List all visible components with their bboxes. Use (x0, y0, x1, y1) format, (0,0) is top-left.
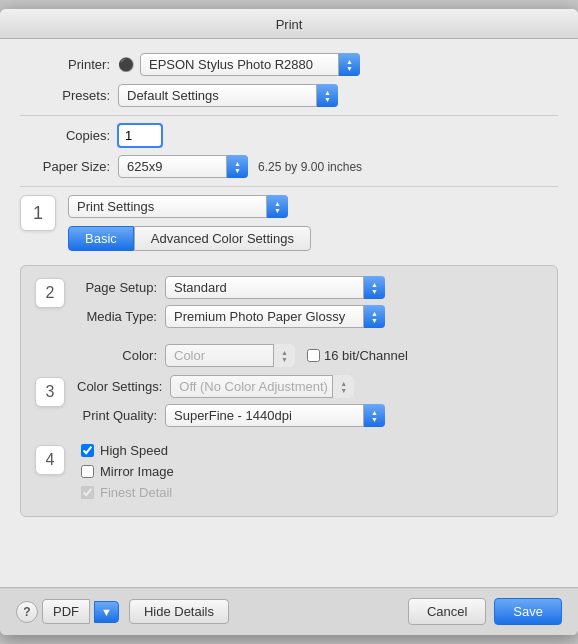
media-type-label: Media Type: (77, 309, 157, 324)
presets-row: Presets: Default Settings (20, 84, 558, 107)
printer-label: Printer: (20, 57, 110, 72)
copies-row: Copies: (20, 124, 558, 147)
presets-select-wrapper: Default Settings (118, 84, 338, 107)
tab-advanced[interactable]: Advanced Color Settings (134, 226, 311, 251)
print-quality-row: Print Quality: SuperFine - 1440dpi (77, 404, 543, 427)
tab-basic[interactable]: Basic (68, 226, 134, 251)
page-setup-row: Page Setup: Standard (77, 276, 543, 299)
window-title: Print (276, 17, 303, 32)
divider-2 (20, 186, 558, 187)
divider-1 (20, 115, 558, 116)
printer-icon: ⚫ (118, 57, 134, 72)
hide-details-button[interactable]: Hide Details (129, 599, 229, 624)
media-type-select[interactable]: Premium Photo Paper Glossy (165, 305, 385, 328)
save-button[interactable]: Save (494, 598, 562, 625)
printer-row: Printer: ⚫ EPSON Stylus Photo R2880 (20, 53, 558, 76)
print-dialog: Print Printer: ⚫ EPSON Stylus Photo R288… (0, 9, 578, 635)
bit-channel-checkbox[interactable] (307, 349, 320, 362)
color-settings-row: Color Settings: Off (No Color Adjustment… (77, 375, 543, 398)
high-speed-checkbox[interactable] (81, 444, 94, 457)
color-select-wrapper: Color (165, 344, 295, 367)
print-quality-select-wrapper: SuperFine - 1440dpi (165, 404, 385, 427)
bottom-left-controls: ? PDF ▼ Hide Details (16, 599, 229, 624)
color-label: Color: (77, 348, 157, 363)
badge-4: 4 (35, 445, 65, 475)
high-speed-row: High Speed (81, 443, 543, 458)
media-type-select-wrapper: Premium Photo Paper Glossy (165, 305, 385, 328)
badge-row-2: 2 Page Setup: Standard (35, 276, 543, 336)
window-content: Printer: ⚫ EPSON Stylus Photo R2880 Pres… (0, 39, 578, 587)
page-setup-select[interactable]: Standard (165, 276, 385, 299)
high-speed-label: High Speed (100, 443, 168, 458)
badge-2: 2 (35, 278, 65, 308)
mirror-image-checkbox[interactable] (81, 465, 94, 478)
presets-label: Presets: (20, 88, 110, 103)
paper-size-note: 6.25 by 9.00 inches (258, 160, 362, 174)
paper-size-label: Paper Size: (20, 159, 110, 174)
color-row: Color: Color 16 bit/Channel (77, 344, 543, 367)
badge-4-content: High Speed Mirror Image Finest Detail (77, 443, 543, 506)
spacer (20, 527, 558, 587)
mirror-image-label: Mirror Image (100, 464, 174, 479)
copies-label: Copies: (20, 128, 110, 143)
copies-input[interactable] (118, 124, 162, 147)
badge-row-4: 4 High Speed Mirror Image Finest Detail (35, 443, 543, 506)
color-select[interactable]: Color (165, 344, 295, 367)
print-settings-section: Print Settings Basic Advanced Color Sett… (68, 195, 558, 261)
print-settings-select[interactable]: Print Settings (68, 195, 288, 218)
print-quality-label: Print Quality: (77, 408, 157, 423)
paper-size-select[interactable]: 625x9 (118, 155, 248, 178)
badge-row-1: 1 Print Settings Basic Advanced Color Se… (20, 195, 558, 261)
color-settings-label: Color Settings: (77, 379, 162, 394)
pdf-arrow-button[interactable]: ▼ (94, 601, 119, 623)
print-settings-row: Print Settings (68, 195, 558, 218)
color-settings-select-wrapper: Off (No Color Adjustment) (170, 375, 354, 398)
page-setup-select-wrapper: Standard (165, 276, 385, 299)
bottom-right-controls: Cancel Save (408, 598, 562, 625)
print-settings-select-wrapper: Print Settings (68, 195, 288, 218)
paper-size-select-wrapper: 625x9 (118, 155, 248, 178)
paper-size-row: Paper Size: 625x9 6.25 by 9.00 inches (20, 155, 558, 178)
badge-3-content: Color Settings: Off (No Color Adjustment… (77, 375, 543, 435)
page-setup-label: Page Setup: (77, 280, 157, 295)
badge-2-content: Page Setup: Standard Media Type: (77, 276, 543, 336)
mirror-image-row: Mirror Image (81, 464, 543, 479)
media-type-row: Media Type: Premium Photo Paper Glossy (77, 305, 543, 328)
titlebar: Print (0, 9, 578, 39)
pdf-button[interactable]: PDF (42, 599, 90, 624)
tab-bar: Basic Advanced Color Settings (68, 226, 558, 251)
presets-select[interactable]: Default Settings (118, 84, 338, 107)
finest-detail-checkbox (81, 486, 94, 499)
help-button[interactable]: ? (16, 601, 38, 623)
badge-row-3: 3 Color Settings: Off (No Color Adjustme… (35, 375, 543, 435)
bit-channel-label: 16 bit/Channel (324, 348, 408, 363)
printer-select-wrapper: EPSON Stylus Photo R2880 (140, 53, 360, 76)
print-quality-select[interactable]: SuperFine - 1440dpi (165, 404, 385, 427)
inner-section: 2 Page Setup: Standard (20, 265, 558, 517)
bottom-bar: ? PDF ▼ Hide Details Cancel Save (0, 587, 578, 635)
printer-select[interactable]: EPSON Stylus Photo R2880 (140, 53, 360, 76)
finest-detail-label: Finest Detail (100, 485, 172, 500)
cancel-button[interactable]: Cancel (408, 598, 486, 625)
finest-detail-row: Finest Detail (81, 485, 543, 500)
badge-1: 1 (20, 195, 56, 231)
color-settings-select[interactable]: Off (No Color Adjustment) (170, 375, 354, 398)
badge-3: 3 (35, 377, 65, 407)
